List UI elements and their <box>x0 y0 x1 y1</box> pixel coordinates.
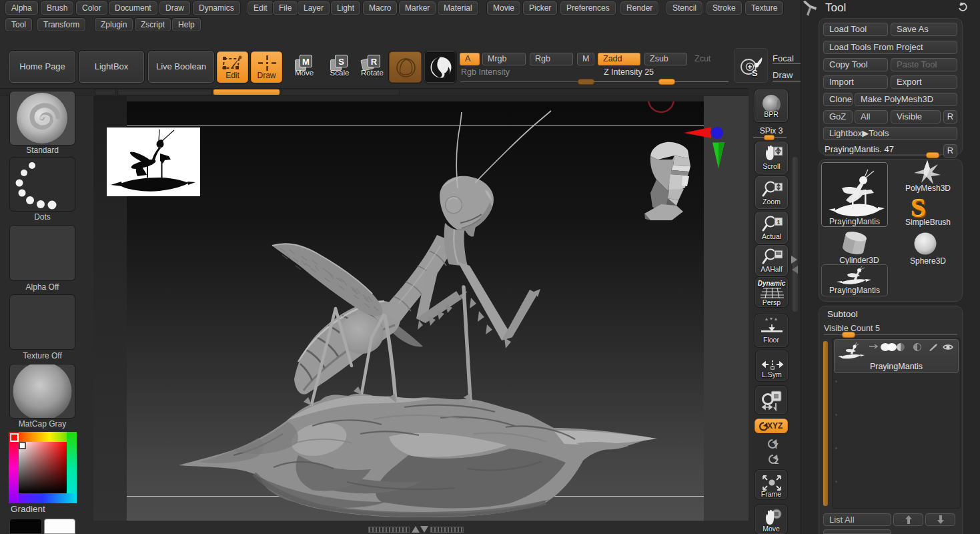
svg-text:Z: Z <box>775 458 779 465</box>
svg-text:Y: Y <box>774 443 779 450</box>
svg-text:1: 1 <box>777 219 780 226</box>
